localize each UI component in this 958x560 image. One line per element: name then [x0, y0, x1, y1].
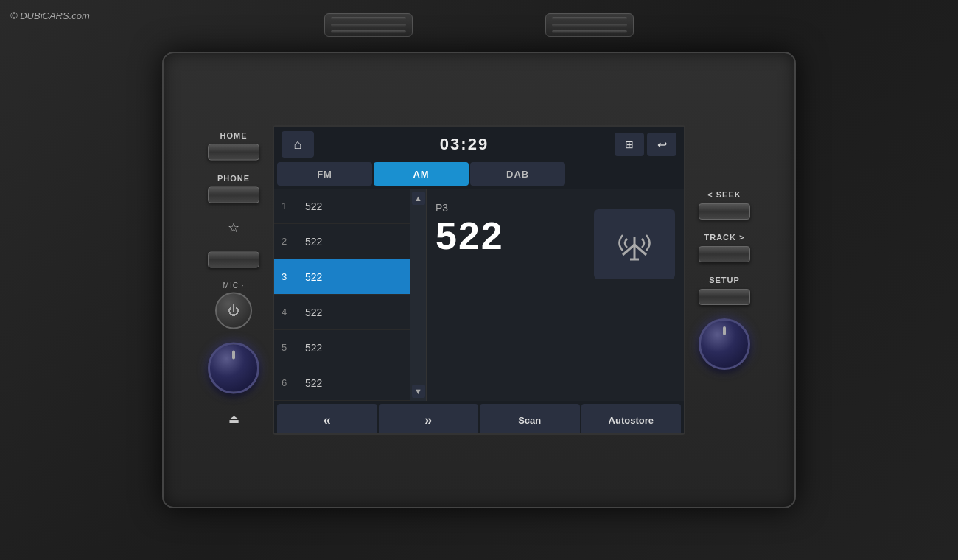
- preset-freq-6: 522: [305, 377, 322, 389]
- track-group: TRACK >: [699, 233, 750, 262]
- svg-line-2: [634, 245, 646, 255]
- bottom-controls: « » Scan Autostore: [274, 401, 684, 435]
- station-info: P3 522: [436, 202, 588, 255]
- frequency-display: 522: [436, 217, 588, 255]
- left-controls: HOME PHONE ☆ MIC · ⏻ ⏏: [208, 131, 259, 430]
- home-button[interactable]: [208, 144, 259, 161]
- preset-num-2: 2: [282, 236, 293, 247]
- power-button[interactable]: ⏻: [215, 293, 252, 329]
- phone-label: PHONE: [217, 174, 250, 183]
- infotainment-screen: ⌂ 03:29 ⊞ ↩ FM AM DAB 1: [273, 125, 685, 435]
- screen-header: ⌂ 03:29 ⊞ ↩: [274, 127, 684, 162]
- right-controls: < SEEK TRACK > SETUP: [699, 190, 750, 370]
- seek-button[interactable]: [699, 203, 750, 220]
- signal-icon-box: [594, 209, 675, 279]
- tab-spacer: [567, 162, 681, 186]
- preset-label: P3: [436, 202, 588, 214]
- tab-dab[interactable]: DAB: [470, 162, 565, 186]
- power-area: MIC · ⏻: [215, 281, 252, 329]
- preset-freq-1: 522: [305, 200, 322, 212]
- preset-num-6: 6: [282, 377, 293, 388]
- preset-freq-4: 522: [305, 307, 322, 318]
- mic-label: MIC ·: [223, 281, 245, 290]
- preset-row-1[interactable]: 1 522: [274, 189, 410, 224]
- autostore-label: Autostore: [609, 415, 654, 426]
- vent-slat: [552, 17, 627, 20]
- preset-row-2[interactable]: 2 522: [274, 224, 410, 259]
- forward-icon: »: [424, 413, 432, 428]
- vent-slat: [331, 17, 406, 20]
- antenna-icon: [612, 223, 657, 267]
- seek-label: < SEEK: [707, 190, 741, 199]
- back-button[interactable]: ↩: [647, 133, 676, 156]
- vent-slat: [331, 24, 406, 27]
- setup-group: SETUP: [699, 276, 750, 305]
- watermark: © DUBiCARS.com: [10, 10, 90, 21]
- seek-group: < SEEK: [699, 190, 750, 220]
- vent-right: [545, 13, 634, 37]
- preset-freq-5: 522: [305, 342, 322, 354]
- volume-knob[interactable]: [208, 343, 259, 394]
- preset-num-1: 1: [282, 200, 293, 211]
- preset-freq-3: 522: [305, 271, 322, 283]
- tab-am[interactable]: AM: [374, 162, 469, 186]
- screen-body: 1 522 2 522 3 522 4 522: [274, 189, 684, 401]
- preset-row-4[interactable]: 4 522: [274, 295, 410, 330]
- eject-button[interactable]: ⏏: [223, 407, 245, 430]
- scroll-up-arrow[interactable]: ▲: [412, 192, 425, 205]
- panel-frame: HOME PHONE ☆ MIC · ⏻ ⏏ < SEEK TRACK: [162, 52, 796, 508]
- vent-left: [324, 13, 413, 37]
- preset-num-3: 3: [282, 271, 293, 282]
- presets-panel: 1 522 2 522 3 522 4 522: [274, 189, 410, 401]
- home-label: HOME: [220, 131, 248, 140]
- preset-num-5: 5: [282, 342, 293, 353]
- scan-button[interactable]: Scan: [480, 404, 580, 435]
- vent-slat: [552, 24, 627, 27]
- track-label: TRACK >: [704, 233, 745, 242]
- vent-slat: [552, 30, 627, 33]
- preset-row-3[interactable]: 3 522: [274, 259, 410, 295]
- extra-button-left[interactable]: [208, 252, 259, 268]
- tab-bar: FM AM DAB: [274, 162, 684, 189]
- main-display: P3 522: [427, 189, 684, 401]
- info-row: P3 522: [436, 202, 675, 279]
- top-vents: [324, 13, 634, 37]
- car-unit: © DUBiCARS.com HOME PHONE ☆: [0, 0, 958, 560]
- rewind-icon: «: [324, 413, 331, 428]
- vent-slat: [331, 30, 406, 33]
- svg-line-1: [623, 245, 634, 255]
- header-right-buttons: ⊞ ↩: [615, 133, 676, 156]
- track-button[interactable]: [699, 246, 750, 262]
- phone-button[interactable]: [208, 187, 259, 203]
- scroll-bar: ▲ ▼: [410, 189, 427, 401]
- grid-view-button[interactable]: ⊞: [615, 133, 644, 156]
- setup-button[interactable]: [699, 289, 750, 305]
- preset-freq-2: 522: [305, 236, 322, 248]
- home-group: HOME: [208, 131, 259, 161]
- autostore-button[interactable]: Autostore: [581, 404, 682, 435]
- rewind-button[interactable]: «: [277, 404, 377, 435]
- setup-label: SETUP: [709, 276, 740, 284]
- scroll-down-arrow[interactable]: ▼: [412, 385, 425, 398]
- forward-button[interactable]: »: [379, 404, 479, 435]
- preset-row-6[interactable]: 6 522: [274, 365, 410, 401]
- preset-row-5[interactable]: 5 522: [274, 330, 410, 365]
- preset-num-4: 4: [282, 307, 293, 318]
- tab-fm[interactable]: FM: [277, 162, 372, 186]
- screen-home-button[interactable]: ⌂: [282, 131, 314, 158]
- clock-display: 03:29: [440, 135, 489, 154]
- favorite-button[interactable]: ☆: [223, 217, 245, 239]
- tune-knob[interactable]: [699, 318, 750, 370]
- scan-label: Scan: [518, 415, 541, 426]
- phone-group: PHONE: [208, 174, 259, 203]
